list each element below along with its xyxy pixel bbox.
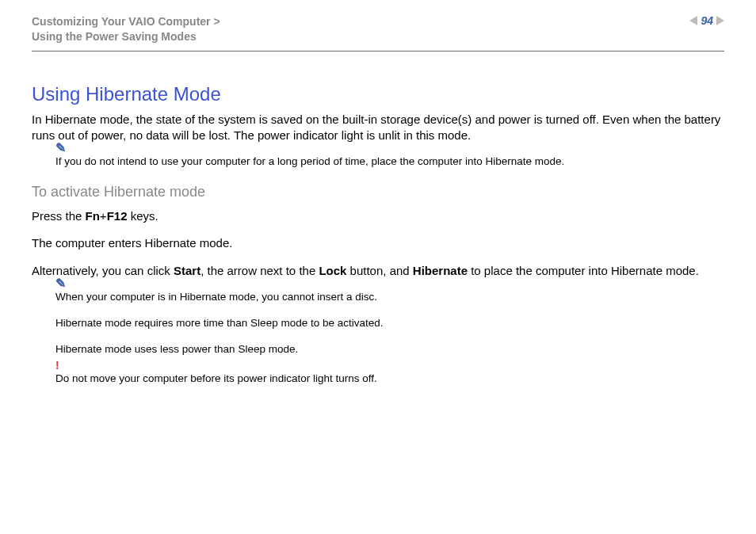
note-text-2c: Hibernate mode uses less power than Slee… <box>55 342 724 357</box>
page-number: 94 <box>701 14 713 27</box>
alt-t4: to place the computer into Hibernate mod… <box>468 264 699 277</box>
header-rule <box>32 51 724 51</box>
intro-paragraph: In Hibernate mode, the state of the syst… <box>32 112 724 144</box>
page-title: Using Hibernate Mode <box>32 83 724 105</box>
key-f12: F12 <box>107 209 128 223</box>
press-plus: + <box>100 209 107 223</box>
note-block-2: ✎ When your computer is in Hibernate mod… <box>55 290 724 357</box>
note-text-1: If you do not intend to use your compute… <box>55 154 724 170</box>
next-page-icon[interactable] <box>716 16 724 25</box>
pencil-icon: ✎ <box>55 276 66 291</box>
pencil-icon: ✎ <box>55 140 66 155</box>
warning-text: Do not move your computer before its pow… <box>55 372 724 387</box>
warning-block: ! Do not move your computer before its p… <box>55 372 724 387</box>
page-nav: 94 <box>689 14 724 27</box>
alt-t2: , the arrow next to the <box>200 264 319 277</box>
alternative-paragraph: Alternatively, you can click Start, the … <box>32 263 724 279</box>
alt-lock: Lock <box>319 264 346 277</box>
press-suffix: keys. <box>127 209 158 223</box>
breadcrumb-line-2: Using the Power Saving Modes <box>32 29 220 44</box>
key-fn: Fn <box>86 209 100 223</box>
enters-paragraph: The computer enters Hibernate mode. <box>32 235 724 251</box>
press-keys-paragraph: Press the Fn+F12 keys. <box>32 208 724 224</box>
header-bar: Customizing Your VAIO Computer > Using t… <box>32 14 724 44</box>
note-block-1: ✎ If you do not intend to use your compu… <box>55 154 724 170</box>
alt-t3: button, and <box>346 264 412 277</box>
subheading: To activate Hibernate mode <box>32 184 724 200</box>
warning-icon: ! <box>55 359 59 372</box>
prev-page-icon[interactable] <box>689 16 697 25</box>
breadcrumb-line-1: Customizing Your VAIO Computer > <box>32 14 220 29</box>
breadcrumb[interactable]: Customizing Your VAIO Computer > Using t… <box>32 14 220 44</box>
note-text-2b: Hibernate mode requires more time than S… <box>55 316 724 331</box>
alt-t1: Alternatively, you can click <box>32 264 174 277</box>
press-prefix: Press the <box>32 209 86 223</box>
alt-start: Start <box>174 264 200 277</box>
note-text-2a: When your computer is in Hibernate mode,… <box>55 290 724 305</box>
alt-hibernate: Hibernate <box>413 264 468 277</box>
